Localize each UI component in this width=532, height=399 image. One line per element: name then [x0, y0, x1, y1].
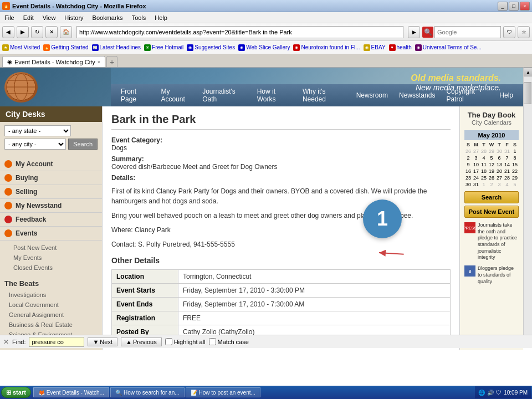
left-sidebar: City Desks - any state - - any city - Se… — [0, 106, 103, 350]
bookmark-hotmail[interactable]: ✉ Free Hotmail — [144, 44, 183, 51]
bookmark-ebay[interactable]: ◉ EBAY — [364, 44, 386, 51]
sidebar-item-newsstand[interactable]: My Newsstand — [0, 199, 102, 213]
my-events-link[interactable]: My Events — [4, 253, 98, 263]
nav-journalists-oath[interactable]: Journalist's Oath — [198, 85, 250, 105]
title-bar: 🔥 Event Details - Watchdog City - Mozill… — [0, 0, 532, 12]
dot-icon — [4, 202, 12, 209]
journalists-badge: PRESS Journalists take the oath and pled… — [464, 222, 519, 261]
bookmark-most-visited[interactable]: ★ Most Visited — [2, 44, 40, 51]
state-select[interactable]: - any state - — [4, 125, 71, 136]
menu-help[interactable]: Help — [152, 13, 170, 22]
sidebar-menu: My Account Buying Selling My Newsstand — [0, 157, 102, 241]
stop-button[interactable]: ✕ — [45, 26, 58, 38]
taskbar-item-0[interactable]: 🦊 Event Details - Watch... — [33, 387, 109, 397]
summary-label: Summary: — [111, 155, 144, 163]
bookmark-suggested-sites[interactable]: ◉ Suggested Sites — [187, 44, 235, 51]
reload-button[interactable]: ↻ — [31, 26, 43, 38]
sidebar-item-selling[interactable]: Selling — [0, 185, 102, 199]
bookmark-latest-headlines[interactable]: 📰 Latest Headlines — [92, 44, 141, 51]
nav-front-page[interactable]: Front Page — [116, 85, 154, 105]
bookmark-web-slice[interactable]: ◉ Web Slice Gallery — [238, 44, 290, 51]
tab-favicon: ◉ — [7, 59, 12, 65]
bookmark-getting-started[interactable]: 🔥 Getting Started — [43, 44, 88, 51]
find-bar: ✕ Find: ▼ Next ▲ Previous Highlight all … — [0, 335, 532, 348]
post-event-button[interactable]: Post New Event — [464, 206, 519, 218]
close-button[interactable]: × — [520, 2, 530, 11]
active-tab[interactable]: ◉ Event Details - Watchdog City × — [2, 56, 105, 67]
find-previous-button[interactable]: ▲ Previous — [121, 337, 162, 346]
nav-my-account[interactable]: My Account — [156, 85, 196, 105]
bookmark-neurotoxin[interactable]: ◉ Neurotoxin found in Fl... — [293, 44, 360, 51]
content-area: Front Page My Account Journalist's Oath … — [0, 68, 532, 361]
star-icon: ★ — [2, 44, 9, 51]
bookmarks-bar: ★ Most Visited 🔥 Getting Started 📰 Lates… — [0, 41, 532, 54]
find-next-button[interactable]: ▼ Next — [88, 337, 117, 346]
firefox-icon: 🔥 — [2, 2, 10, 10]
highlight-all-input[interactable] — [165, 338, 172, 345]
nav-bar: ◀ ▶ ↻ ✕ 🏠 ▶ 🔍 🛡 ☆ — [0, 23, 532, 41]
back-button[interactable]: ◀ — [2, 26, 14, 38]
bookmark-health[interactable]: ♥ health — [389, 44, 412, 51]
fire-icon: 🔥 — [43, 44, 50, 51]
menu-edit[interactable]: Edit — [21, 13, 36, 22]
minimize-button[interactable]: _ — [498, 2, 508, 11]
new-tab-button[interactable]: + — [106, 56, 117, 67]
taskbar-item-2[interactable]: 📝 How to post an event... — [186, 387, 260, 397]
sidebar-item-events[interactable]: Events — [0, 227, 102, 241]
slogan-line2: New media marketplace. — [411, 83, 501, 92]
nav-how-it-works[interactable]: How it Works — [253, 85, 296, 105]
calendar-week-2: 2 3 4 5 6 7 8 — [464, 155, 519, 161]
scroll-up-button[interactable]: ▲ — [524, 68, 532, 76]
match-case-input[interactable] — [209, 338, 216, 345]
highlight-all-checkbox[interactable]: Highlight all — [165, 338, 206, 345]
home-button[interactable]: 🏠 — [60, 26, 72, 38]
match-case-checkbox[interactable]: Match case — [209, 338, 249, 345]
menu-tools[interactable]: Tools — [130, 13, 149, 22]
start-button[interactable]: ⊞ start — [1, 387, 31, 398]
find-close-button[interactable]: ✕ — [3, 338, 9, 346]
calendar-search-button[interactable]: Search — [464, 191, 519, 203]
details-label: Details: — [111, 174, 135, 182]
menu-history[interactable]: History — [62, 13, 85, 22]
closed-events-link[interactable]: Closed Events — [4, 263, 98, 273]
calendar-week-5: 23 24 25 26 27 28 29 — [464, 175, 519, 181]
forward-button[interactable]: ▶ — [17, 26, 29, 38]
beats-investigations[interactable]: Investigations — [0, 290, 102, 300]
sidebar-item-my-account[interactable]: My Account — [0, 157, 102, 171]
city-desks-header: City Desks — [0, 106, 102, 122]
beats-general-assignment[interactable]: General Assignment — [0, 310, 102, 320]
taskbar: ⊞ start 🦊 Event Details - Watch... 🔍 How… — [0, 386, 532, 399]
site-slogan: Old media standards. New media marketpla… — [411, 73, 501, 92]
star-icon[interactable]: ☆ — [518, 26, 530, 38]
location-label: Location — [112, 270, 178, 284]
scroll-thumb[interactable] — [524, 82, 531, 104]
nav-why-needed[interactable]: Why it's Needed — [298, 85, 350, 105]
summary-value: Covered dish/Barbecue Meet and Greet for… — [111, 163, 277, 171]
menu-view[interactable]: View — [40, 13, 58, 22]
terms-icon: ◉ — [415, 44, 422, 51]
go-button[interactable]: ▶ — [408, 26, 420, 38]
find-input[interactable] — [29, 337, 84, 347]
menu-bookmarks[interactable]: Bookmarks — [90, 13, 125, 22]
down-arrow-icon: ▼ — [93, 339, 99, 345]
bookmark-universal-terms[interactable]: ◉ Universal Terms of Se... — [415, 44, 482, 51]
scroll-track[interactable] — [524, 76, 532, 339]
nav-newsroom[interactable]: Newsroom — [352, 89, 392, 101]
beats-national-politics[interactable]: National Politics — [0, 350, 102, 350]
sidebar-search-button[interactable]: Search — [68, 139, 98, 150]
city-select[interactable]: - any city - — [4, 139, 66, 150]
details-para1: First of its kind Clancy Park Party for … — [111, 186, 451, 206]
day-book-title: The Day Book — [464, 111, 519, 119]
sidebar-item-feedback[interactable]: Feedback — [0, 213, 102, 227]
address-bar[interactable] — [76, 26, 403, 38]
system-tray: 🌐 🔊 🛡 10:09 PM — [475, 386, 531, 398]
tab-close-button[interactable]: × — [98, 59, 100, 65]
sidebar-item-buying[interactable]: Buying — [0, 171, 102, 185]
beats-business[interactable]: Business & Real Estate — [0, 320, 102, 330]
taskbar-item-1[interactable]: 🔍 How to search for an... — [110, 387, 185, 397]
post-new-event-link[interactable]: Post New Event — [4, 243, 98, 253]
beats-local-government[interactable]: Local Government — [0, 300, 102, 310]
menu-file[interactable]: File — [2, 13, 17, 22]
search-input[interactable] — [434, 26, 501, 38]
maximize-button[interactable]: □ — [509, 2, 519, 11]
